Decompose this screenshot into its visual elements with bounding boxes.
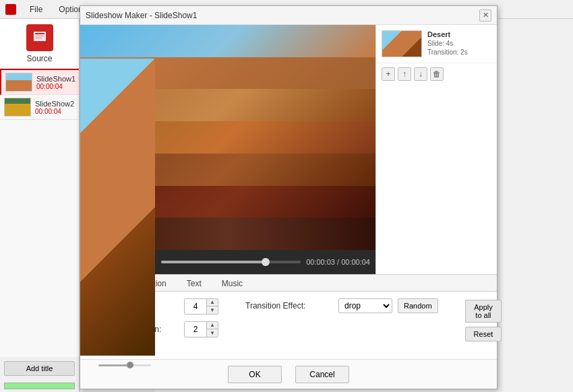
transition-duration-spinner[interactable]: ▲ ▼ [184,321,218,337]
transition-duration-input[interactable] [185,322,206,337]
svg-rect-3 [35,38,42,38]
tab-text[interactable]: Text [177,275,212,292]
toolbox-preview [80,59,155,356]
reset-button[interactable]: Reset [465,327,502,341]
cancel-button[interactable]: Cancel [295,366,349,383]
slide-actions: + ↑ ↓ 🗑 [376,63,497,85]
dialog-info-col: Desert Slide: 4s Transition: 2s + ↑ ↓ 🗑 [375,25,497,274]
dialog-title-bar: Slideshow Maker - SlideShow1 ✕ [80,19,497,25]
toolbox-preview-image [80,59,155,356]
progress-bar[interactable] [161,261,301,263]
move-down-button[interactable]: ↓ [414,67,427,81]
source-icon [26,24,53,51]
preview-info-top: Desert Slide: 4s Transition: 2s [376,25,497,63]
transition-duration-up[interactable]: ▲ [207,322,218,329]
time-display: 00:00:03 / 00:00:04 [306,258,370,266]
thumbnail-info: Desert Slide: 4s Transition: 2s [427,30,468,56]
apply-to-all-button[interactable]: Apply to all [465,300,502,323]
slideshow-info-1: SlideShow1 00:00:04 [36,75,76,90]
slideshow-list: SlideShow1 00:00:04 SlideShow2 00:00:04 [0,70,79,357]
transition-effect-select[interactable]: drop fade slide zoom none [338,298,392,313]
sidebar: Source SlideShow1 00:00:04 SlideShow2 00… [0,19,80,392]
ok-button[interactable]: OK [228,366,282,383]
photo-duration-spinner[interactable]: ▲ ▼ [184,298,218,315]
transition-effect-row: Transition Effect: drop fade slide zoom … [245,298,438,313]
slideshow-name-1: SlideShow1 [36,75,76,83]
dialog-title: Slideshow Maker - SlideShow1 [86,19,197,20]
transition-effect-label: Transition Effect: [245,301,333,311]
dialog-footer: OK Cancel [80,359,497,389]
photo-duration-arrows: ▲ ▼ [206,299,218,314]
thumb-name: Desert [427,30,468,38]
list-item[interactable]: SlideShow2 00:00:04 [0,95,79,120]
menu-file[interactable]: File [27,3,45,15]
delete-slide-button[interactable]: 🗑 [430,67,444,81]
volume-slider[interactable] [98,364,151,366]
svg-rect-2 [35,36,44,36]
main-content: Source SlideShow1 00:00:04 SlideShow2 00… [0,19,573,392]
transition-effect-form: Transition Effect: drop fade slide zoom … [245,298,438,352]
slideshow-name-2: SlideShow2 [35,100,74,108]
list-item[interactable]: SlideShow1 00:00:04 [0,70,79,95]
app-window: File Option Source [0,0,573,392]
add-slide-button[interactable]: + [382,67,395,81]
thumb-transition: Transition: 2s [427,48,468,56]
progress-fill [161,261,266,263]
app-logo [5,4,16,15]
slideshow-thumb-2 [4,98,31,117]
slideshow-thumb-1 [5,73,32,92]
photo-duration-down[interactable]: ▼ [207,306,218,314]
svg-rect-1 [35,33,44,34]
thumb-slide: Slide: 4s [427,40,468,47]
progress-indicator [4,383,75,389]
transition-duration-down[interactable]: ▼ [207,329,218,337]
random-button[interactable]: Random [398,298,438,313]
move-up-button[interactable]: ↑ [398,67,411,81]
slideshow-info-2: SlideShow2 00:00:04 [35,100,74,115]
photo-duration-input[interactable] [185,299,206,314]
dialog-close-button[interactable]: ✕ [479,19,491,22]
add-title-button[interactable]: Add title [4,361,75,376]
blind-strip [80,25,375,57]
tab-music[interactable]: Music [212,275,253,292]
photo-duration-up[interactable]: ▲ [207,299,218,306]
source-button[interactable]: Source [0,19,79,70]
desert-thumbnail [382,30,422,57]
slideshow-time-1: 00:00:04 [36,83,76,90]
source-label: Source [26,54,52,63]
progress-thumb [262,258,270,266]
side-buttons: Apply to all Reset [465,298,502,352]
transition-duration-arrows: ▲ ▼ [206,322,218,337]
slideshow-time-2: 00:00:04 [35,108,74,115]
toolbox-panel: 🔧 Toolbox 🔊 Standard High Low [80,19,155,392]
